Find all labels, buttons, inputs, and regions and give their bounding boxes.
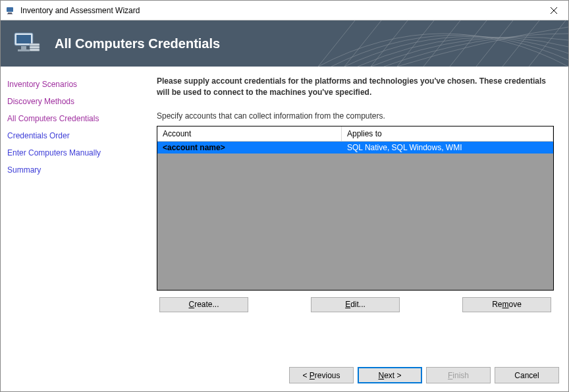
finish-button: Finish: [426, 367, 491, 383]
sidebar-item-enter-computers-manually[interactable]: Enter Computers Manually: [7, 144, 136, 161]
sidebar-item-all-computers-credentials[interactable]: All Computers Credentials: [7, 110, 136, 127]
banner: All Computers Credentials: [1, 20, 568, 67]
table-row[interactable]: <account name> SQL Native, SQL Windows, …: [157, 142, 553, 154]
next-button[interactable]: Next >: [358, 367, 422, 383]
cell-account: <account name>: [157, 142, 342, 154]
svg-rect-17: [18, 49, 30, 51]
svg-rect-15: [16, 35, 31, 43]
svg-line-8: [397, 20, 437, 67]
edit-button[interactable]: Edit...: [311, 297, 400, 312]
svg-rect-18: [30, 43, 40, 46]
svg-line-12: [502, 20, 542, 67]
banner-pattern: [318, 20, 568, 67]
svg-rect-0: [7, 7, 13, 12]
close-button[interactable]: [539, 1, 568, 20]
main-panel: Please supply account credentials for th…: [142, 67, 568, 360]
svg-rect-2: [7, 13, 13, 14]
titlebar: Inventory and Assessment Wizard: [1, 1, 568, 20]
banner-title: All Computers Credentials: [55, 36, 220, 51]
grid-buttons: Create... Edit... Remove: [157, 291, 554, 312]
wizard-window: Inventory and Assessment Wizard: [0, 0, 569, 392]
grid-body[interactable]: <account name> SQL Native, SQL Windows, …: [157, 142, 553, 290]
grid-header-account[interactable]: Account: [157, 126, 342, 141]
body: Inventory Scenarios Discovery Methods Al…: [1, 67, 568, 360]
svg-rect-19: [30, 46, 40, 49]
app-icon: [6, 5, 16, 16]
grid-header: Account Applies to: [157, 126, 553, 142]
sidebar-item-credentials-order[interactable]: Credentials Order: [7, 127, 136, 144]
credentials-grid: Account Applies to <account name> SQL Na…: [157, 126, 554, 291]
window-title: Inventory and Assessment Wizard: [20, 6, 539, 15]
sublabel-text: Specify accounts that can collect inform…: [157, 111, 554, 121]
sidebar-item-inventory-scenarios[interactable]: Inventory Scenarios: [7, 76, 136, 93]
cell-applies: SQL Native, SQL Windows, WMI: [342, 142, 553, 154]
banner-icon: [11, 28, 43, 59]
cancel-button[interactable]: Cancel: [495, 367, 559, 383]
svg-line-6: [344, 20, 384, 67]
instructions-text: Please supply account credentials for th…: [157, 76, 554, 98]
sidebar-item-summary[interactable]: Summary: [7, 161, 136, 179]
svg-rect-20: [30, 49, 40, 51]
svg-line-5: [318, 20, 358, 67]
previous-button[interactable]: < Previous: [289, 367, 354, 383]
footer-buttons: < Previous Next > Finish Cancel: [1, 360, 568, 391]
sidebar-item-discovery-methods[interactable]: Discovery Methods: [7, 93, 136, 110]
sidebar: Inventory Scenarios Discovery Methods Al…: [1, 67, 142, 360]
grid-header-applies[interactable]: Applies to: [342, 126, 553, 141]
remove-button[interactable]: Remove: [462, 297, 551, 312]
create-button[interactable]: Create...: [159, 297, 248, 312]
